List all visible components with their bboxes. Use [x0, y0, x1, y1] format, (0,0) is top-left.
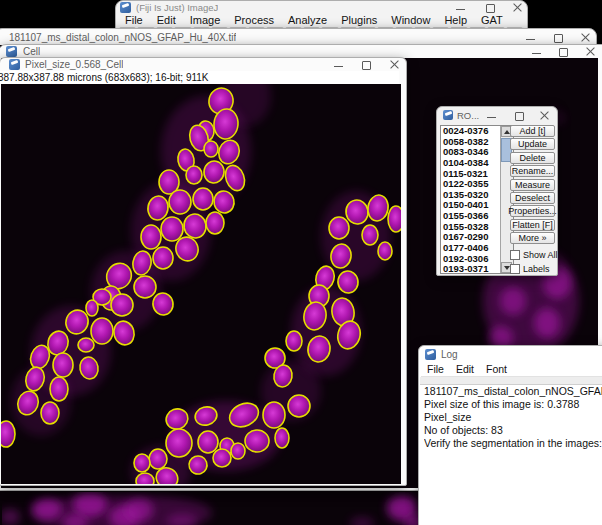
cell-roi-outline[interactable] — [362, 225, 378, 245]
close-button[interactable] — [540, 111, 550, 121]
roi-button-delete[interactable]: Delete — [510, 152, 555, 164]
cell-roi-outline[interactable] — [245, 430, 269, 452]
cell-roi-outline[interactable] — [111, 294, 133, 316]
roi-button-flatten-f[interactable]: Flatten [F] — [510, 219, 555, 231]
cell-roi-outline[interactable] — [166, 429, 192, 457]
maximize-button[interactable] — [515, 111, 525, 121]
cell-roi-outline[interactable] — [153, 247, 173, 269]
log-line: Verify the segmentation in the images: — [424, 437, 602, 450]
checkbox-row-show-all: Show All — [510, 249, 558, 260]
image-dimensions-text: 387.88x387.88 microns (683x683); 16-bit;… — [0, 71, 399, 84]
image-info-bar: 387.88x387.88 microns (683x683); 16-bit;… — [0, 71, 399, 84]
desktop: (Fiji Is Just) ImageJ FileEditImageProce… — [0, 0, 602, 525]
log-titlebar[interactable]: Log — [419, 346, 602, 362]
imagej-icon — [9, 59, 20, 70]
log-window-title: Log — [441, 349, 458, 360]
roi-item[interactable]: 0104-0384 — [441, 158, 501, 169]
cell-roi-outline[interactable] — [169, 190, 191, 214]
cell-roi-outline[interactable] — [263, 402, 285, 428]
fiji-menu-plugins[interactable]: Plugins — [334, 14, 384, 27]
roi-manager-titlebar[interactable]: RO... — [437, 107, 557, 123]
imagej-icon — [443, 110, 453, 120]
checkbox-show-all[interactable] — [510, 250, 520, 260]
roi-button-update[interactable]: Update — [510, 138, 555, 150]
close-button[interactable] — [390, 60, 400, 70]
roi-item[interactable]: 0193-0371 — [441, 264, 501, 274]
cell-roi-outline[interactable] — [86, 300, 98, 316]
log-content[interactable]: 181107_ms_distal_colon_nNOS_GFAP_Hu_40X.… — [424, 385, 602, 525]
maximize-button[interactable] — [486, 3, 496, 13]
cell-roi-outline[interactable] — [50, 377, 68, 401]
cell-roi-outline[interactable] — [134, 276, 156, 298]
minimize-button[interactable] — [456, 3, 466, 13]
roi-button-add-t[interactable]: Add [t] — [510, 125, 555, 137]
cell-roi-outline[interactable] — [206, 212, 224, 234]
cell-roi-outline[interactable] — [141, 225, 161, 249]
cell-roi-outline[interactable] — [136, 473, 154, 484]
imagej-icon — [6, 46, 17, 57]
cell-roi-outline[interactable] — [388, 206, 401, 232]
pixel-size-window-title: Pixel_size_0.568_Cell — [25, 59, 123, 70]
fiji-menu-file[interactable]: File — [118, 14, 150, 27]
minimize-button[interactable] — [334, 60, 344, 70]
log-menu-font[interactable]: Font — [480, 363, 513, 376]
fiji-menu-edit[interactable]: Edit — [150, 14, 183, 27]
cell-roi-outline[interactable] — [378, 242, 392, 260]
fiji-menu-gat[interactable]: GAT — [474, 14, 510, 27]
cell-roi-outline[interactable] — [186, 166, 202, 184]
maximize-button[interactable] — [554, 33, 564, 43]
cell-roi-outline[interactable] — [91, 318, 113, 344]
minimize-button[interactable] — [487, 111, 497, 121]
imagej-icon — [425, 349, 436, 360]
fiji-menubar: FileEditImageProcessAnalyzePluginsWindow… — [118, 14, 525, 27]
pixel-size-titlebar[interactable]: Pixel_size_0.568_Cell — [0, 58, 406, 71]
roi-button-rename[interactable]: Rename... — [510, 165, 555, 177]
pixel-size-image-window: Pixel_size_0.568_Cell 387.88x387.88 micr… — [0, 57, 407, 486]
cell-roi-outline[interactable] — [1, 421, 15, 447]
checkbox-row-labels: Labels — [510, 263, 550, 274]
log-line: No of objects: 83 — [424, 424, 602, 437]
cell-roi-outline[interactable] — [329, 217, 349, 239]
fiji-menu-window[interactable]: Window — [384, 14, 437, 27]
fiji-menu-image[interactable]: Image — [183, 14, 228, 27]
cell-roi-outline[interactable] — [213, 449, 231, 467]
cell-roi-outline[interactable] — [275, 428, 289, 448]
cell-roi-outline[interactable] — [231, 443, 245, 459]
cell-roi-outline[interactable] — [286, 331, 302, 351]
cell-roi-outline[interactable] — [288, 395, 310, 417]
log-menu-file[interactable]: File — [421, 363, 450, 376]
checkbox-labels[interactable] — [510, 264, 520, 274]
cell-roi-outline[interactable] — [78, 338, 94, 352]
maximize-button[interactable] — [362, 60, 372, 70]
cell-roi-outline[interactable] — [193, 188, 213, 210]
close-button[interactable] — [581, 33, 591, 43]
cell-roi-outline[interactable] — [161, 217, 183, 241]
fiji-menu-process[interactable]: Process — [227, 14, 281, 27]
roi-button-deselect[interactable]: Deselect — [510, 192, 555, 204]
fiji-titlebar[interactable]: (Fiji Is Just) ImageJ — [116, 1, 527, 14]
minimize-button[interactable] — [526, 33, 536, 43]
roi-manager-title: RO... — [457, 110, 479, 121]
cell-roi-outline[interactable] — [134, 454, 150, 472]
cell-roi-outline[interactable] — [204, 141, 218, 157]
roi-item[interactable]: 0177-0406 — [441, 243, 501, 254]
roi-button-more[interactable]: More » — [510, 232, 555, 244]
cell-roi-outline[interactable] — [41, 402, 59, 424]
log-window: Log FileEditFont 181107_ms_distal_colon_… — [418, 345, 602, 525]
fiji-menu-analyze[interactable]: Analyze — [281, 14, 334, 27]
roi-button-measure[interactable]: Measure — [510, 179, 555, 191]
checkbox-label: Show All — [523, 250, 558, 260]
cell-roi-outline[interactable] — [198, 431, 218, 453]
maximize-button[interactable] — [559, 47, 569, 57]
cell-roi-outline[interactable] — [149, 449, 167, 469]
cell-roi-outline[interactable] — [53, 353, 73, 377]
close-button[interactable] — [586, 47, 596, 57]
segmented-image-canvas[interactable] — [1, 84, 401, 484]
fiji-menu-help[interactable]: Help — [437, 14, 474, 27]
log-menu-edit[interactable]: Edit — [450, 363, 480, 376]
close-button[interactable] — [513, 3, 523, 13]
tif-titlebar[interactable]: 181107_ms_distal_colon_nNOS_GFAP_Hu_40X.… — [0, 29, 596, 45]
minimize-button[interactable] — [532, 47, 542, 57]
roi-list[interactable]: 0024-03760058-03820083-03460104-03840115… — [440, 125, 514, 274]
roi-button-properties[interactable]: Properties... — [510, 205, 555, 217]
